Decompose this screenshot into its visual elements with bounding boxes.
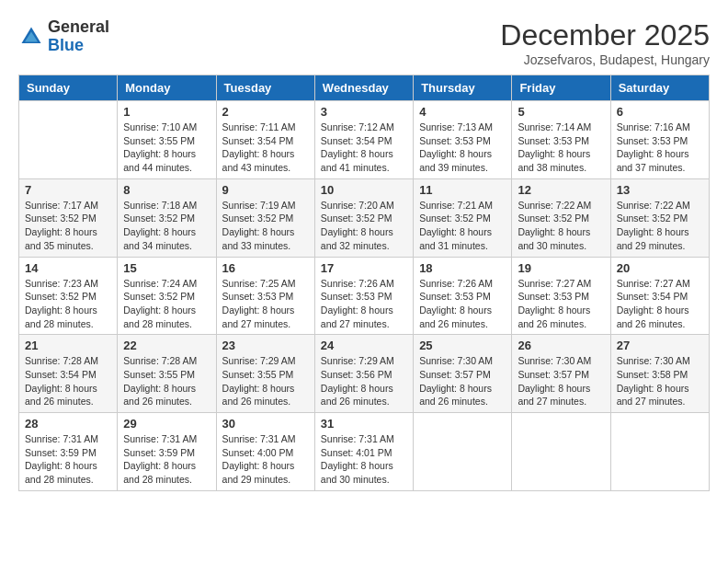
day-info: Sunrise: 7:21 AM Sunset: 3:52 PM Dayligh… (419, 199, 506, 253)
day-number: 11 (419, 183, 506, 197)
day-number: 14 (25, 261, 111, 275)
month-title: December 2025 (500, 18, 710, 52)
calendar-cell: 18Sunrise: 7:26 AM Sunset: 3:53 PM Dayli… (414, 257, 512, 335)
day-number: 10 (321, 183, 407, 197)
day-info: Sunrise: 7:31 AM Sunset: 4:00 PM Dayligh… (222, 432, 309, 487)
logo-general: General (48, 17, 109, 36)
day-number: 28 (25, 417, 111, 431)
weekday-header-thursday: Thursday (414, 75, 512, 101)
day-info: Sunrise: 7:30 AM Sunset: 3:58 PM Dayligh… (617, 354, 703, 408)
day-number: 8 (123, 183, 210, 197)
day-info: Sunrise: 7:17 AM Sunset: 3:52 PM Dayligh… (25, 199, 111, 253)
day-info: Sunrise: 7:14 AM Sunset: 3:53 PM Dayligh… (518, 121, 604, 175)
day-number: 22 (123, 339, 210, 352)
day-info: Sunrise: 7:28 AM Sunset: 3:54 PM Dayligh… (25, 354, 111, 408)
calendar-week-row: 7Sunrise: 7:17 AM Sunset: 3:52 PM Daylig… (19, 178, 710, 257)
calendar-cell (19, 101, 118, 179)
logo: General Blue (18, 18, 109, 55)
day-number: 3 (321, 105, 407, 119)
day-number: 20 (617, 261, 703, 275)
day-info: Sunrise: 7:27 AM Sunset: 3:53 PM Dayligh… (518, 277, 604, 331)
day-number: 19 (518, 261, 604, 275)
day-info: Sunrise: 7:28 AM Sunset: 3:55 PM Dayligh… (123, 354, 210, 408)
logo-text: General Blue (48, 18, 109, 55)
day-number: 23 (222, 339, 309, 352)
day-number: 26 (518, 339, 604, 352)
day-info: Sunrise: 7:19 AM Sunset: 3:52 PM Dayligh… (222, 199, 309, 253)
weekday-header-row: SundayMondayTuesdayWednesdayThursdayFrid… (19, 75, 710, 101)
day-info: Sunrise: 7:26 AM Sunset: 3:53 PM Dayligh… (419, 277, 506, 331)
logo-icon (18, 24, 44, 50)
day-number: 21 (25, 339, 111, 352)
logo-blue: Blue (48, 36, 84, 54)
day-info: Sunrise: 7:29 AM Sunset: 3:55 PM Dayligh… (222, 354, 309, 408)
calendar-cell: 26Sunrise: 7:30 AM Sunset: 3:57 PM Dayli… (512, 335, 610, 413)
day-number: 4 (419, 105, 506, 119)
calendar-cell: 24Sunrise: 7:29 AM Sunset: 3:56 PM Dayli… (314, 335, 413, 413)
calendar-cell: 22Sunrise: 7:28 AM Sunset: 3:55 PM Dayli… (118, 335, 216, 413)
calendar-cell: 12Sunrise: 7:22 AM Sunset: 3:52 PM Dayli… (512, 178, 610, 257)
calendar-cell: 4Sunrise: 7:13 AM Sunset: 3:53 PM Daylig… (414, 101, 512, 179)
day-info: Sunrise: 7:30 AM Sunset: 3:57 PM Dayligh… (518, 354, 604, 408)
location: Jozsefvaros, Budapest, Hungary (500, 52, 710, 67)
day-info: Sunrise: 7:12 AM Sunset: 3:54 PM Dayligh… (321, 121, 407, 175)
calendar-cell: 20Sunrise: 7:27 AM Sunset: 3:54 PM Dayli… (610, 257, 709, 335)
calendar-cell (414, 413, 512, 491)
day-number: 30 (222, 417, 309, 431)
calendar-cell: 23Sunrise: 7:29 AM Sunset: 3:55 PM Dayli… (216, 335, 314, 413)
calendar-cell: 21Sunrise: 7:28 AM Sunset: 3:54 PM Dayli… (19, 335, 118, 413)
day-number: 6 (617, 105, 703, 119)
day-number: 13 (617, 183, 703, 197)
day-info: Sunrise: 7:30 AM Sunset: 3:57 PM Dayligh… (419, 354, 506, 408)
calendar-cell: 29Sunrise: 7:31 AM Sunset: 3:59 PM Dayli… (118, 413, 216, 491)
calendar-cell: 27Sunrise: 7:30 AM Sunset: 3:58 PM Dayli… (610, 335, 709, 413)
day-number: 2 (222, 105, 309, 119)
calendar-cell (610, 413, 709, 491)
day-number: 17 (321, 261, 407, 275)
day-info: Sunrise: 7:31 AM Sunset: 3:59 PM Dayligh… (25, 432, 111, 487)
calendar-cell: 2Sunrise: 7:11 AM Sunset: 3:54 PM Daylig… (216, 101, 314, 179)
calendar-cell: 30Sunrise: 7:31 AM Sunset: 4:00 PM Dayli… (216, 413, 314, 491)
calendar-cell: 17Sunrise: 7:26 AM Sunset: 3:53 PM Dayli… (314, 257, 413, 335)
calendar-table: SundayMondayTuesdayWednesdayThursdayFrid… (18, 75, 710, 491)
day-info: Sunrise: 7:25 AM Sunset: 3:53 PM Dayligh… (222, 277, 309, 331)
calendar-week-row: 1Sunrise: 7:10 AM Sunset: 3:55 PM Daylig… (19, 101, 710, 179)
calendar-cell: 16Sunrise: 7:25 AM Sunset: 3:53 PM Dayli… (216, 257, 314, 335)
day-number: 7 (25, 183, 111, 197)
day-info: Sunrise: 7:13 AM Sunset: 3:53 PM Dayligh… (419, 121, 506, 175)
calendar-week-row: 28Sunrise: 7:31 AM Sunset: 3:59 PM Dayli… (19, 413, 710, 491)
day-info: Sunrise: 7:23 AM Sunset: 3:52 PM Dayligh… (25, 277, 111, 331)
calendar-cell: 6Sunrise: 7:16 AM Sunset: 3:53 PM Daylig… (610, 101, 709, 179)
weekday-header-monday: Monday (118, 75, 216, 101)
calendar-cell: 5Sunrise: 7:14 AM Sunset: 3:53 PM Daylig… (512, 101, 610, 179)
calendar-cell: 9Sunrise: 7:19 AM Sunset: 3:52 PM Daylig… (216, 178, 314, 257)
calendar-cell: 15Sunrise: 7:24 AM Sunset: 3:52 PM Dayli… (118, 257, 216, 335)
day-number: 25 (419, 339, 506, 352)
day-number: 5 (518, 105, 604, 119)
day-info: Sunrise: 7:31 AM Sunset: 3:59 PM Dayligh… (123, 432, 210, 487)
day-number: 24 (321, 339, 407, 352)
page-header: General Blue December 2025 Jozsefvaros, … (18, 18, 710, 67)
day-number: 16 (222, 261, 309, 275)
calendar-week-row: 14Sunrise: 7:23 AM Sunset: 3:52 PM Dayli… (19, 257, 710, 335)
day-info: Sunrise: 7:22 AM Sunset: 3:52 PM Dayligh… (617, 199, 703, 253)
day-number: 1 (123, 105, 210, 119)
day-info: Sunrise: 7:16 AM Sunset: 3:53 PM Dayligh… (617, 121, 703, 175)
calendar-cell: 1Sunrise: 7:10 AM Sunset: 3:55 PM Daylig… (118, 101, 216, 179)
day-info: Sunrise: 7:24 AM Sunset: 3:52 PM Dayligh… (123, 277, 210, 331)
weekday-header-tuesday: Tuesday (216, 75, 314, 101)
day-info: Sunrise: 7:31 AM Sunset: 4:01 PM Dayligh… (321, 432, 407, 487)
day-info: Sunrise: 7:22 AM Sunset: 3:52 PM Dayligh… (518, 199, 604, 253)
day-info: Sunrise: 7:11 AM Sunset: 3:54 PM Dayligh… (222, 121, 309, 175)
calendar-cell (512, 413, 610, 491)
calendar-cell: 11Sunrise: 7:21 AM Sunset: 3:52 PM Dayli… (414, 178, 512, 257)
calendar-cell: 8Sunrise: 7:18 AM Sunset: 3:52 PM Daylig… (118, 178, 216, 257)
day-number: 27 (617, 339, 703, 352)
day-number: 29 (123, 417, 210, 431)
weekday-header-friday: Friday (512, 75, 610, 101)
day-info: Sunrise: 7:18 AM Sunset: 3:52 PM Dayligh… (123, 199, 210, 253)
day-info: Sunrise: 7:10 AM Sunset: 3:55 PM Dayligh… (123, 121, 210, 175)
day-number: 15 (123, 261, 210, 275)
calendar-cell: 28Sunrise: 7:31 AM Sunset: 3:59 PM Dayli… (19, 413, 118, 491)
day-number: 9 (222, 183, 309, 197)
